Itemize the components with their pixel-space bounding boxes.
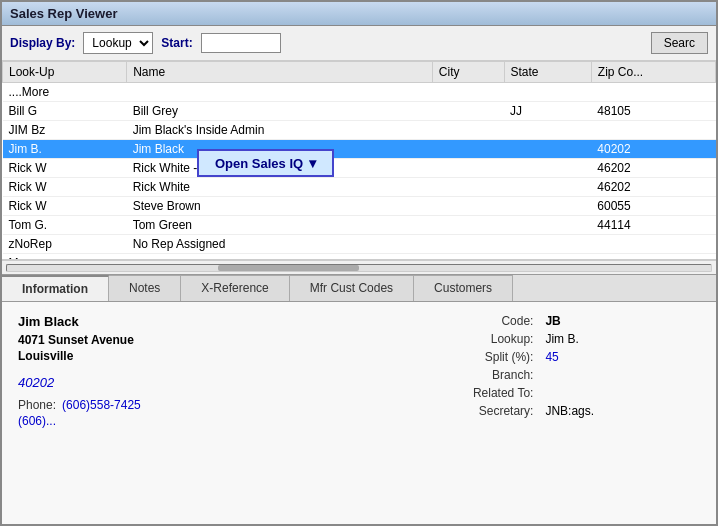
tab-notes[interactable]: Notes bbox=[109, 275, 181, 301]
table-row[interactable]: Rick WRick White46202 bbox=[3, 178, 716, 197]
phone2-value: (606)... bbox=[18, 414, 56, 428]
table-container: Look-Up Name City State Zip Co... ....Mo… bbox=[2, 61, 716, 260]
field-value: 45 bbox=[545, 350, 700, 364]
search-button[interactable]: Searc bbox=[651, 32, 708, 54]
col-header-state: State bbox=[504, 62, 591, 83]
table-scroll-area[interactable]: Look-Up Name City State Zip Co... ....Mo… bbox=[2, 61, 716, 259]
detail-name: Jim Black bbox=[18, 314, 351, 329]
tabs-row: Information Notes X-Reference Mfr Cust C… bbox=[2, 274, 716, 302]
field-value: JB bbox=[545, 314, 700, 328]
table-row[interactable]: ....More bbox=[3, 83, 716, 102]
detail-left: Jim Black 4071 Sunset Avenue Louisville … bbox=[18, 314, 351, 512]
tab-information[interactable]: Information bbox=[2, 275, 109, 301]
detail-address: 4071 Sunset Avenue bbox=[18, 333, 351, 347]
tab-customers[interactable]: Customers bbox=[414, 275, 513, 301]
detail-city: Louisville bbox=[18, 349, 351, 363]
context-menu-label: Open Sales IQ bbox=[215, 156, 303, 171]
detail-zip: 40202 bbox=[18, 375, 351, 390]
field-value: Jim B. bbox=[545, 332, 700, 346]
scrollbar-track[interactable] bbox=[6, 264, 712, 272]
scrollbar-thumb[interactable] bbox=[218, 265, 359, 271]
toolbar: Display By: Lookup Name Start: Searc bbox=[2, 26, 716, 61]
title-bar: Sales Rep Viewer bbox=[2, 2, 716, 26]
phone-value: (606)558-7425 bbox=[62, 398, 141, 412]
field-value: JNB:ags. bbox=[545, 404, 700, 418]
sales-rep-viewer-window: Sales Rep Viewer Display By: Lookup Name… bbox=[0, 0, 718, 526]
table-row[interactable]: Tom G.Tom Green44114 bbox=[3, 216, 716, 235]
field-value bbox=[545, 386, 700, 400]
field-label: Branch: bbox=[367, 368, 533, 382]
start-input[interactable] bbox=[201, 33, 281, 53]
col-header-zip: Zip Co... bbox=[591, 62, 715, 83]
display-by-label: Display By: bbox=[10, 36, 75, 50]
detail-panel: Jim Black 4071 Sunset Avenue Louisville … bbox=[2, 302, 716, 524]
tab-xreference[interactable]: X-Reference bbox=[181, 275, 289, 301]
phone2-row: (606)... bbox=[18, 414, 351, 428]
table-row[interactable]: Bill GBill GreyJJ48105 bbox=[3, 102, 716, 121]
display-by-select[interactable]: Lookup Name bbox=[83, 32, 153, 54]
field-label: Secretary: bbox=[367, 404, 533, 418]
field-label: Split (%): bbox=[367, 350, 533, 364]
window-title: Sales Rep Viewer bbox=[10, 6, 117, 21]
phone-row: Phone: (606)558-7425 bbox=[18, 398, 351, 412]
col-header-name: Name bbox=[127, 62, 433, 83]
field-label: Related To: bbox=[367, 386, 533, 400]
table-row[interactable]: zNoRepNo Rep Assigned bbox=[3, 235, 716, 254]
col-header-lookup: Look-Up bbox=[3, 62, 127, 83]
sales-rep-table: Look-Up Name City State Zip Co... ....Mo… bbox=[2, 61, 716, 259]
field-label: Code: bbox=[367, 314, 533, 328]
field-label: Lookup: bbox=[367, 332, 533, 346]
open-sales-iq-menu[interactable]: Open Sales IQ bbox=[197, 149, 334, 177]
phone-label: Phone: bbox=[18, 398, 56, 412]
table-row[interactable]: Jim B.Jim Black40202 bbox=[3, 140, 716, 159]
col-header-city: City bbox=[432, 62, 504, 83]
table-row[interactable]: JIM BzJim Black's Inside Admin bbox=[3, 121, 716, 140]
table-row[interactable]: More.... bbox=[3, 254, 716, 260]
table-row[interactable]: Rick WSteve Brown60055 bbox=[3, 197, 716, 216]
field-value bbox=[545, 368, 700, 382]
tab-mfr-cust-codes[interactable]: Mfr Cust Codes bbox=[290, 275, 414, 301]
start-label: Start: bbox=[161, 36, 192, 50]
table-row[interactable]: Rick WRick White - OH46202 bbox=[3, 159, 716, 178]
detail-right: Code:JBLookup:Jim B.Split (%):45Branch:R… bbox=[367, 314, 700, 512]
horizontal-scrollbar[interactable] bbox=[2, 260, 716, 274]
